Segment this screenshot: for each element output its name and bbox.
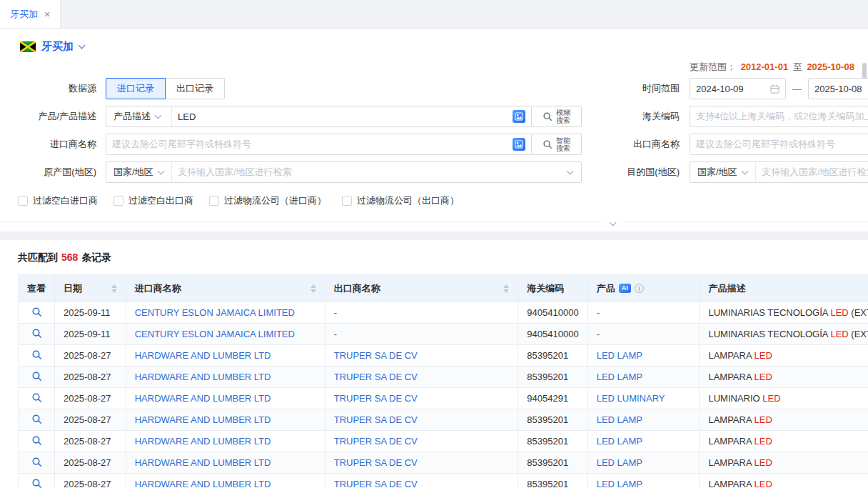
checkbox-filter-logistics-exporter[interactable]: 过滤物流公司（出口商）	[342, 194, 459, 207]
checkbox-filter-logistics-importer[interactable]: 过滤物流公司（进口商）	[209, 194, 326, 207]
description-cell: LAMPARA LED	[700, 367, 868, 388]
hs-code-cell: 9405410000	[518, 324, 587, 345]
importer-cell: HARDWARE AND LUMBER LTD	[126, 431, 325, 452]
product-link[interactable]: LED LAMP	[597, 414, 642, 425]
table-row: 2025-08-27 HARDWARE AND LUMBER LTD TRUPE…	[19, 388, 868, 409]
importer-cell: HARDWARE AND LUMBER LTD	[126, 345, 325, 367]
origin-input-group: 国家/地区 支持输入国家/地区进行检索	[106, 161, 582, 183]
exporter-link[interactable]: TRUPER SA DE CV	[334, 479, 418, 488]
checkbox-icon[interactable]	[209, 196, 219, 206]
results-summary: 共匹配到568条记录	[18, 252, 868, 264]
importer-link[interactable]: HARDWARE AND LUMBER LTD	[135, 350, 271, 361]
view-record-button[interactable]	[31, 457, 42, 467]
tab-jamaica[interactable]: 牙买加 ×	[0, 0, 61, 28]
importer-cell: HARDWARE AND LUMBER LTD	[126, 409, 325, 431]
import-records-button[interactable]: 进口记录	[106, 78, 166, 99]
date-cell: 2025-08-27	[55, 452, 126, 474]
update-range-end: 2025-10-08	[807, 61, 854, 72]
tab-close-icon[interactable]: ×	[44, 9, 50, 19]
column-header-exporter[interactable]: 出口商名称	[325, 275, 518, 302]
results-table-wrap: 查看 日期 进口商名称 出口商名称	[18, 274, 868, 488]
image-search-icon[interactable]	[513, 138, 525, 151]
product-link[interactable]: LED LAMP	[597, 479, 642, 488]
product-link[interactable]: LED LAMP	[597, 436, 642, 447]
product-link[interactable]: LED LUMINARY	[597, 393, 665, 404]
product-link[interactable]: LED LAMP	[597, 350, 642, 361]
match-count: 568	[61, 252, 78, 263]
product-link[interactable]: LED LAMP	[597, 372, 642, 382]
origin-type-select[interactable]: 国家/地区	[106, 162, 172, 182]
magnifier-icon	[31, 392, 42, 403]
sort-icon[interactable]	[305, 284, 316, 293]
scrollbar-thumb[interactable]	[862, 63, 867, 79]
filter-row-datasource: 数据源 进口记录 出口记录 时间范围 2024-10-09	[0, 78, 868, 99]
view-record-button[interactable]	[31, 371, 42, 382]
importer-cell: HARDWARE AND LUMBER LTD	[126, 452, 325, 474]
filter-form: 更新范围： 2012-01-01 至 2025-10-08 数据源 进口记录 出…	[0, 62, 868, 231]
view-record-button[interactable]	[31, 435, 42, 446]
data-source-segmented: 进口记录 出口记录	[106, 78, 225, 99]
view-record-button[interactable]	[31, 414, 42, 424]
product-search-input[interactable]: LED	[172, 106, 513, 126]
importer-link[interactable]: HARDWARE AND LUMBER LTD	[135, 457, 271, 468]
sort-icon[interactable]	[106, 284, 117, 293]
smart-search-button[interactable]: 智能 搜索	[532, 134, 582, 155]
column-header-importer[interactable]: 进口商名称	[126, 275, 325, 302]
image-search-icon[interactable]	[513, 110, 525, 123]
product-type-select[interactable]: 产品描述	[106, 106, 172, 126]
origin-country-input[interactable]: 支持输入国家/地区进行检索	[172, 162, 567, 182]
importer-link[interactable]: HARDWARE AND LUMBER LTD	[135, 372, 271, 382]
product-link[interactable]: LED LAMP	[597, 457, 642, 468]
exporter-link[interactable]: TRUPER SA DE CV	[334, 350, 418, 361]
column-header-product: 产品 AI i	[587, 275, 700, 302]
checkbox-icon[interactable]	[113, 196, 123, 206]
exporter-link[interactable]: TRUPER SA DE CV	[334, 457, 418, 468]
product-cell: LED LAMP	[587, 452, 700, 474]
importer-name-input[interactable]: 建议去除公司尾部字符或特殊符号	[106, 134, 513, 154]
importer-link[interactable]: HARDWARE AND LUMBER LTD	[135, 436, 271, 447]
table-row: 2025-08-27 HARDWARE AND LUMBER LTD TRUPE…	[19, 431, 868, 452]
country-chevron-down-icon[interactable]	[79, 42, 86, 49]
view-record-button[interactable]	[31, 307, 42, 317]
product-cell: -	[587, 324, 700, 345]
exporter-link[interactable]: TRUPER SA DE CV	[334, 393, 418, 404]
importer-link[interactable]: HARDWARE AND LUMBER LTD	[135, 479, 271, 488]
description-cell: LAMPARA LED	[700, 474, 868, 488]
checkbox-icon[interactable]	[342, 196, 352, 206]
results-table-body: 2025-09-11 CENTURY ESLON JAMAICA LIMITED…	[19, 302, 868, 488]
checkbox-filter-blank-importer[interactable]: 过滤空白进口商	[18, 194, 98, 207]
importer-link[interactable]: CENTURY ESLON JAMAICA LIMITED	[135, 329, 295, 339]
column-header-date[interactable]: 日期	[55, 275, 126, 302]
checkbox-label: 过滤物流公司（出口商）	[357, 194, 459, 207]
date-cell: 2025-08-27	[55, 409, 126, 431]
destination-country-input[interactable]: 支持输入国家/地区进行检索	[756, 162, 868, 182]
view-record-button[interactable]	[31, 328, 42, 339]
exporter-link[interactable]: TRUPER SA DE CV	[334, 372, 418, 382]
start-date-input[interactable]: 2024-10-09	[690, 78, 786, 99]
exporter-link[interactable]: TRUPER SA DE CV	[334, 414, 418, 425]
exporter-name-input[interactable]: 建议去除公司尾部字符或特殊符号	[690, 134, 868, 155]
search-icon	[542, 139, 552, 149]
sort-icon[interactable]	[498, 284, 509, 293]
fuzzy-search-button[interactable]: 模糊 搜索	[532, 106, 582, 127]
view-record-button[interactable]	[31, 478, 42, 488]
chevron-down-icon	[157, 167, 164, 174]
checkbox-icon[interactable]	[18, 196, 28, 206]
destination-type-select[interactable]: 国家/地区	[690, 162, 756, 182]
end-date-input[interactable]: 2025-10-08	[808, 78, 868, 99]
exporter-label: 出口商名称	[582, 138, 690, 151]
checkbox-filter-blank-exporter[interactable]: 过滤空白出口商	[113, 194, 193, 207]
page-title: 牙买加	[41, 40, 74, 54]
importer-link[interactable]: HARDWARE AND LUMBER LTD	[135, 393, 271, 404]
importer-link[interactable]: HARDWARE AND LUMBER LTD	[135, 414, 271, 425]
importer-link[interactable]: CENTURY ESLON JAMAICA LIMITED	[135, 307, 295, 318]
table-row: 2025-08-27 HARDWARE AND LUMBER LTD TRUPE…	[19, 367, 868, 388]
info-icon[interactable]: i	[635, 284, 644, 293]
hs-code-input[interactable]: 支持4位以上海关编码，或2位海关编码加上	[690, 106, 868, 127]
view-record-button[interactable]	[31, 349, 42, 360]
export-records-button[interactable]: 出口记录	[165, 78, 225, 99]
table-row: 2025-08-27 HARDWARE AND LUMBER LTD TRUPE…	[19, 474, 868, 488]
view-record-button[interactable]	[31, 392, 42, 403]
collapse-button[interactable]	[603, 216, 622, 227]
exporter-link[interactable]: TRUPER SA DE CV	[334, 436, 418, 447]
